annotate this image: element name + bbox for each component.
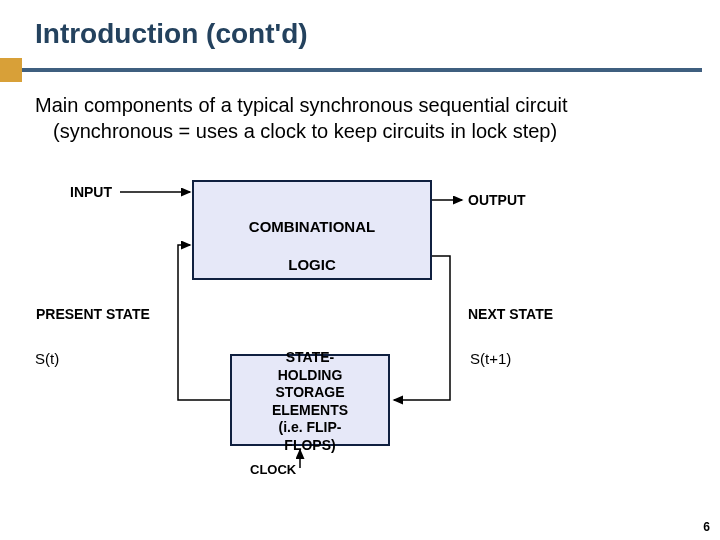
storage-line-4: ELEMENTS [232, 402, 388, 420]
storage-line-2: HOLDING [232, 367, 388, 385]
desc-line-1: Main components of a typical synchronous… [35, 94, 568, 116]
accent-bar [0, 58, 22, 82]
output-label: OUTPUT [468, 192, 526, 208]
storage-line-6: FLOPS) [232, 437, 388, 455]
description: Main components of a typical synchronous… [35, 92, 568, 144]
st-label: S(t) [35, 350, 59, 367]
storage-elements-box: STATE- HOLDING STORAGE ELEMENTS (i.e. FL… [230, 354, 390, 446]
slide-title: Introduction (cont'd) [35, 18, 308, 50]
input-label: INPUT [70, 184, 112, 200]
desc-line-2: (synchronous = uses a clock to keep circ… [35, 118, 568, 144]
stp1-label: S(t+1) [470, 350, 511, 367]
logic-label: LOGIC [194, 256, 430, 273]
next-state-label: NEXT STATE [468, 306, 553, 322]
combinational-logic-box: COMBINATIONAL LOGIC [192, 180, 432, 280]
storage-line-1: STATE- [232, 349, 388, 367]
storage-line-5: (i.e. FLIP- [232, 419, 388, 437]
combinational-label: COMBINATIONAL [194, 218, 430, 235]
page-number: 6 [703, 520, 710, 534]
title-underline [22, 68, 702, 72]
clock-label: CLOCK [250, 462, 296, 477]
present-state-label: PRESENT STATE [36, 306, 150, 322]
storage-line-3: STORAGE [232, 384, 388, 402]
